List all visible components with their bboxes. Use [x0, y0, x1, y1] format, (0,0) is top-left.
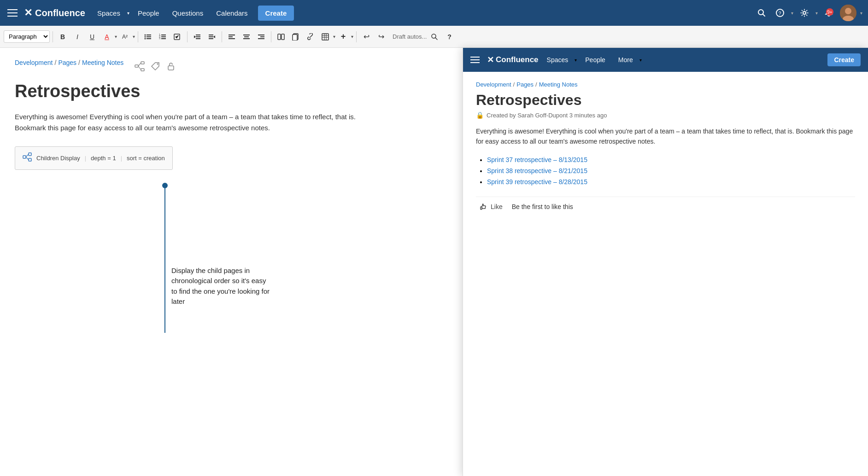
toolbar-separator-4: [222, 31, 222, 42]
svg-rect-32: [243, 38, 250, 39]
italic-button[interactable]: I: [70, 30, 84, 44]
breadcrumb-development-link[interactable]: Development: [15, 59, 53, 66]
panel-footer: Like Be the first to like this: [476, 197, 855, 213]
spaces-label[interactable]: Spaces: [93, 6, 125, 21]
indent-left-button[interactable]: [190, 30, 204, 44]
underline-button[interactable]: U: [85, 30, 99, 44]
toolbar-separator-6: [356, 31, 357, 42]
svg-rect-55: [29, 153, 31, 156]
svg-rect-34: [260, 36, 264, 37]
top-navigation: ✕ Confluence Spaces ▾ People Questions C…: [0, 0, 868, 26]
insert-dropdown-icon[interactable]: ▾: [351, 34, 353, 39]
questions-nav-link[interactable]: Questions: [168, 6, 208, 21]
panel-more-nav[interactable]: More ▾: [614, 53, 642, 66]
unlock-icon[interactable]: [166, 61, 176, 71]
panel-meta-text: Created by Sarah Goff-Dupont 3 minutes a…: [487, 112, 607, 119]
panel-people-link[interactable]: People: [581, 53, 610, 66]
text-color-button[interactable]: A: [100, 30, 114, 44]
spaces-nav-item[interactable]: Spaces ▾: [93, 6, 129, 21]
macro-depth: depth = 1: [91, 155, 116, 162]
panel-spaces-nav[interactable]: Spaces ▾: [542, 53, 577, 66]
svg-rect-21: [196, 35, 200, 35]
label-icon[interactable]: [150, 61, 160, 71]
panel-more-dropdown: ▾: [639, 58, 642, 63]
toolbar-help-button[interactable]: ?: [442, 30, 456, 44]
panel-more-label[interactable]: More: [614, 53, 638, 66]
child-link-1[interactable]: Sprint 37 retrospective – 8/13/2015: [487, 156, 587, 163]
svg-rect-31: [244, 36, 249, 37]
align-right-button[interactable]: [254, 30, 268, 44]
toolbar-search-button[interactable]: [428, 30, 441, 44]
svg-rect-30: [243, 35, 250, 35]
copy-button[interactable]: [289, 30, 303, 44]
child-link-3[interactable]: Sprint 39 retrospective – 8/28/2015: [487, 178, 587, 186]
svg-rect-23: [196, 38, 200, 39]
spaces-dropdown-icon: ▾: [127, 11, 129, 16]
create-button[interactable]: Create: [258, 6, 294, 21]
panel-breadcrumb-pages[interactable]: Pages: [516, 81, 534, 88]
paragraph-style-select[interactable]: Paragraph: [4, 30, 50, 43]
logo-x-icon: ✕: [24, 7, 32, 19]
breadcrumb-meeting-notes-link[interactable]: Meeting Notes: [82, 59, 123, 66]
user-avatar[interactable]: [840, 5, 856, 21]
like-button[interactable]: Like: [476, 201, 506, 213]
text-size-dropdown[interactable]: ▾: [133, 34, 135, 39]
child-link-2[interactable]: Sprint 38 retrospective – 8/21/2015: [487, 167, 587, 174]
layout-button[interactable]: [274, 30, 288, 44]
redo-button[interactable]: ↪: [374, 30, 388, 44]
task-list-button[interactable]: [170, 30, 184, 44]
notifications-wrapper[interactable]: 9+: [821, 6, 836, 20]
breadcrumb-actions: [135, 61, 176, 71]
svg-rect-56: [29, 158, 31, 161]
svg-rect-27: [229, 35, 235, 35]
align-left-button[interactable]: [225, 30, 239, 44]
insert-button[interactable]: +: [336, 30, 350, 44]
panel-lock-icon: 🔒: [476, 111, 484, 119]
svg-rect-40: [322, 34, 328, 40]
svg-rect-33: [258, 35, 264, 35]
panel-sep-2: /: [535, 81, 537, 88]
toolbar-separator-3: [187, 31, 188, 42]
text-size-button[interactable]: A²: [118, 30, 132, 44]
macro-sort: sort = creation: [127, 155, 165, 162]
calendars-nav-link[interactable]: Calendars: [211, 6, 252, 21]
numbered-list-button[interactable]: 1.2.3.: [156, 30, 170, 44]
svg-rect-39: [293, 35, 297, 41]
breadcrumb-sep-2: /: [78, 59, 80, 66]
children-display-macro[interactable]: Children Display | depth = 1 | sort = cr…: [15, 146, 173, 170]
panel-hamburger-icon[interactable]: [470, 53, 483, 66]
toolbar-separator-5: [271, 31, 271, 42]
svg-rect-9: [147, 35, 151, 35]
hamburger-menu-icon[interactable]: [6, 6, 20, 20]
svg-point-52: [157, 64, 158, 65]
svg-line-50: [138, 63, 141, 66]
search-icon[interactable]: [754, 6, 769, 20]
align-center-button[interactable]: [240, 30, 253, 44]
link-button[interactable]: [304, 30, 317, 44]
indent-right-button[interactable]: [205, 30, 219, 44]
panel-page-meta: 🔒 Created by Sarah Goff-Dupont 3 minutes…: [476, 111, 855, 119]
panel-spaces-label[interactable]: Spaces: [542, 53, 573, 66]
panel-create-button[interactable]: Create: [827, 53, 861, 66]
panel-breadcrumb-development[interactable]: Development: [476, 81, 511, 88]
panel-content: Development / Pages / Meeting Notes Retr…: [463, 72, 868, 476]
help-icon[interactable]: ?: [773, 6, 787, 20]
text-color-dropdown[interactable]: ▾: [115, 34, 117, 39]
table-button[interactable]: [318, 30, 332, 44]
settings-icon[interactable]: [797, 6, 812, 20]
people-nav-link[interactable]: People: [133, 6, 164, 21]
table-dropdown-icon[interactable]: ▾: [333, 34, 335, 39]
svg-text:?: ?: [779, 11, 781, 16]
list-item: Sprint 38 retrospective – 8/21/2015: [487, 167, 855, 174]
bold-button[interactable]: B: [56, 30, 70, 44]
nav-right-section: ? ▾ ▾ 9+ ▾: [754, 5, 862, 21]
avatar-dropdown-icon: ▾: [860, 11, 862, 16]
undo-button[interactable]: ↩: [359, 30, 373, 44]
help-dropdown-icon: ▾: [791, 11, 793, 16]
panel-spaces-dropdown: ▾: [575, 58, 577, 63]
bullet-list-button[interactable]: [141, 30, 155, 44]
panel-body-text: Everything is awesome! Everything is coo…: [476, 126, 855, 147]
breadcrumb-pages-link[interactable]: Pages: [58, 59, 76, 66]
page-tree-icon[interactable]: [135, 61, 145, 71]
panel-breadcrumb-meeting-notes[interactable]: Meeting Notes: [539, 81, 578, 88]
